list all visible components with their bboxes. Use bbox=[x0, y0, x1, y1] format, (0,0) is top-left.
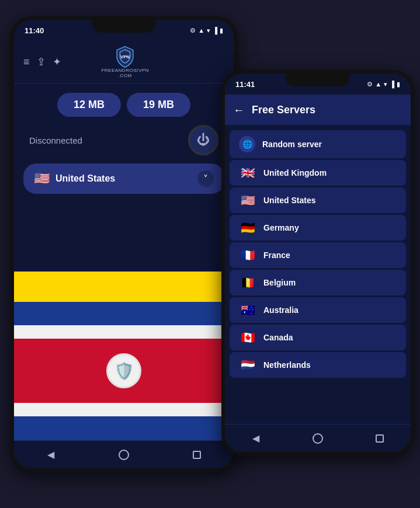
share-icon[interactable]: ⇪ bbox=[37, 55, 46, 68]
server-flag-icon: 🇳🇱 bbox=[239, 358, 256, 372]
server-name: United Kingdom bbox=[263, 168, 327, 178]
server-flag-icon: 🇦🇺 bbox=[239, 303, 256, 317]
connection-status: Disconnected bbox=[29, 135, 82, 145]
server-item[interactable]: 🇧🇪Belgium bbox=[230, 270, 406, 295]
upload-stat: 19 MB bbox=[127, 93, 190, 117]
server-name: Australia bbox=[263, 305, 298, 315]
phone-left: 11:40 ⚙ ▲ ▾ ▐ ▮ ≡ ⇪ ✦ VPN F bbox=[11, 16, 237, 472]
server-header: ← Free Servers bbox=[225, 95, 411, 125]
coat-of-arms: 🛡️ bbox=[106, 353, 141, 388]
settings-icon: ⚙ bbox=[190, 27, 196, 34]
time-left: 11:40 bbox=[25, 26, 44, 35]
notch-right bbox=[286, 74, 350, 86]
logo-shield-icon: VPN bbox=[114, 46, 136, 68]
country-selector[interactable]: 🇺🇸 United States ˅ bbox=[23, 163, 224, 194]
server-item[interactable]: 🇺🇸United States bbox=[230, 187, 406, 213]
settings-icon-right: ⚙ bbox=[367, 81, 373, 88]
server-name: France bbox=[263, 250, 290, 260]
server-name: Random server bbox=[262, 140, 322, 149]
server-item[interactable]: 🇬🇧United Kingdom bbox=[230, 160, 406, 186]
home-circle-icon-right bbox=[313, 433, 323, 444]
battery-icon-right: ▮ bbox=[397, 81, 400, 88]
globe-icon: 🌐 bbox=[239, 136, 255, 152]
star-icon[interactable]: ✦ bbox=[53, 55, 61, 68]
flag-display: 🛡️ bbox=[14, 272, 234, 441]
download-stat: 12 MB bbox=[57, 93, 121, 117]
app-content-left: 12 MB 19 MB Disconnected ⏻ 🇺🇸 United Sta… bbox=[14, 83, 234, 272]
flag-strip-yellow bbox=[14, 272, 234, 302]
connection-row: Disconnected ⏻ bbox=[23, 125, 224, 155]
server-name: Belgium bbox=[263, 278, 296, 287]
location-icon: ▲ bbox=[198, 27, 204, 34]
nav-home-left[interactable] bbox=[113, 449, 134, 461]
server-flag-icon: 🇨🇦 bbox=[239, 330, 256, 345]
flag-strip-white-bot bbox=[14, 403, 234, 416]
server-name: Netherlands bbox=[263, 360, 311, 370]
home-circle-icon bbox=[119, 450, 129, 460]
battery-icon-left: ▮ bbox=[220, 27, 223, 34]
nav-recent-right[interactable] bbox=[369, 433, 390, 444]
server-list-title: Free Servers bbox=[252, 104, 315, 116]
server-list: 🌐Random server🇬🇧United Kingdom🇺🇸United S… bbox=[225, 125, 411, 424]
bottom-nav-left: ◀ bbox=[14, 440, 234, 468]
app-header-left: ≡ ⇪ ✦ VPN FREEANDROIDVPN.COM bbox=[14, 41, 234, 83]
menu-icon[interactable]: ≡ bbox=[23, 56, 30, 68]
server-name: United States bbox=[263, 196, 315, 205]
server-flag-icon: 🇫🇷 bbox=[239, 248, 256, 262]
server-item[interactable]: 🇳🇱Netherlands bbox=[230, 352, 406, 378]
server-item[interactable]: 🌐Random server bbox=[230, 130, 406, 158]
nav-home-right[interactable] bbox=[307, 433, 328, 444]
chevron-icon: ˅ bbox=[197, 171, 214, 187]
power-button[interactable]: ⏻ bbox=[188, 125, 218, 155]
server-flag-icon: 🇩🇪 bbox=[239, 221, 256, 235]
status-icons-left: ⚙ ▲ ▾ ▐ ▮ bbox=[190, 27, 223, 34]
nav-back-left[interactable]: ◀ bbox=[40, 449, 61, 461]
country-left: 🇺🇸 United States bbox=[34, 171, 115, 186]
server-item[interactable]: 🇨🇦Canada bbox=[230, 325, 406, 350]
stats-row: 12 MB 19 MB bbox=[23, 93, 224, 117]
flag-strip-blue-bot bbox=[14, 416, 234, 440]
server-name: Canada bbox=[263, 333, 293, 342]
flag-strip-blue-top bbox=[14, 302, 234, 326]
server-item[interactable]: 🇫🇷France bbox=[230, 242, 406, 268]
phone-right: 11:41 ⚙ ▲ ▾ ▐ ▮ ← Free Servers 🌐Random s… bbox=[221, 70, 414, 455]
selected-flag: 🇺🇸 bbox=[34, 171, 50, 186]
server-flag-icon: 🇬🇧 bbox=[239, 166, 256, 180]
nav-back-right[interactable]: ◀ bbox=[245, 433, 266, 444]
recent-square-icon bbox=[193, 451, 201, 459]
signal-icon-left: ▐ bbox=[213, 27, 217, 34]
wifi-icon-right: ▾ bbox=[384, 81, 387, 88]
server-flag-icon: 🇧🇪 bbox=[239, 276, 256, 290]
recent-square-icon-right bbox=[376, 434, 384, 443]
notch-left bbox=[92, 20, 156, 33]
status-icons-right: ⚙ ▲ ▾ ▐ ▮ bbox=[367, 81, 400, 88]
flag-strip-red: 🛡️ bbox=[14, 339, 234, 403]
nav-recent-left[interactable] bbox=[186, 449, 207, 461]
logo-area: VPN FREEANDROIDVPN.COM bbox=[101, 46, 149, 78]
header-left-icons: ≡ ⇪ ✦ bbox=[23, 55, 61, 68]
server-flag-icon: 🇺🇸 bbox=[239, 193, 256, 207]
server-item[interactable]: 🇩🇪Germany bbox=[230, 215, 406, 241]
logo-text: FREEANDROIDVPN.COM bbox=[101, 68, 149, 78]
server-name: Germany bbox=[263, 223, 299, 232]
flag-strip-white-top bbox=[14, 325, 234, 339]
back-arrow[interactable]: ← bbox=[233, 103, 245, 117]
bottom-nav-right: ◀ bbox=[225, 424, 411, 452]
signal-icon-right: ▐ bbox=[390, 81, 394, 88]
location-icon-right: ▲ bbox=[375, 81, 381, 88]
wifi-icon-left: ▾ bbox=[207, 27, 210, 34]
svg-text:VPN: VPN bbox=[120, 54, 130, 60]
time-right: 11:41 bbox=[235, 80, 255, 89]
power-icon: ⏻ bbox=[197, 133, 210, 148]
server-item[interactable]: 🇦🇺Australia bbox=[230, 297, 406, 323]
selected-country: United States bbox=[55, 173, 115, 184]
